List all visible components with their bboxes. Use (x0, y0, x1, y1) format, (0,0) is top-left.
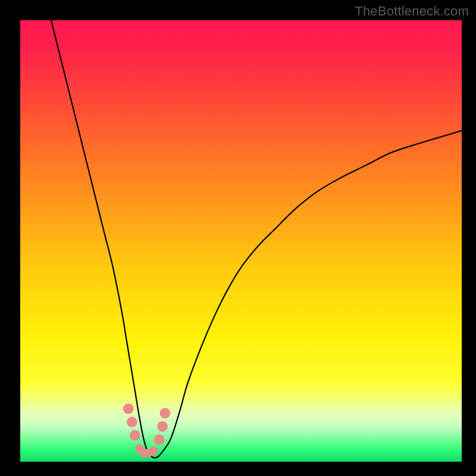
highlight-dot (149, 446, 158, 455)
chart-svg (20, 20, 462, 462)
highlight-dot (123, 403, 134, 414)
highlight-dot (159, 408, 170, 418)
highlight-dot (127, 416, 137, 427)
plot-area (20, 20, 462, 462)
highlight-dot (130, 430, 140, 441)
watermark-text: TheBottleneck.com (355, 4, 469, 19)
highlight-dot (157, 421, 168, 432)
highlight-dot (154, 434, 165, 445)
gradient-background (20, 20, 462, 462)
outer-frame: TheBottleneck.com (0, 0, 476, 476)
